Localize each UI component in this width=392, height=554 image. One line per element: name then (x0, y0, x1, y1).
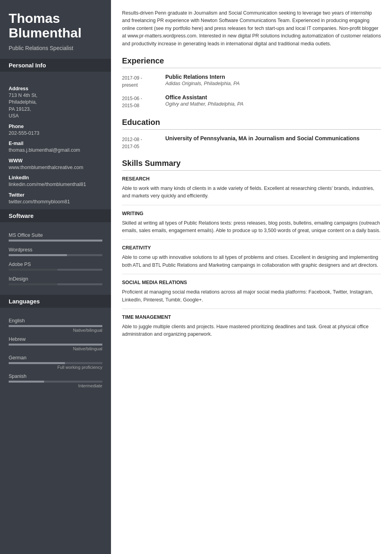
skill-heading: RESEARCH (122, 176, 381, 182)
software-name: MS Office Suite (9, 232, 102, 238)
skill-entry: CREATIVITY Able to come up with innovati… (122, 239, 381, 269)
language-item: German Full working proficiency (9, 355, 102, 370)
personal-info-header: Personal Info (0, 59, 111, 72)
twitter-label: Twitter (9, 192, 102, 198)
language-item: Spanish Intermediate (9, 374, 102, 388)
language-bar-bg (9, 344, 102, 346)
skill-entry: WRITING Skilled at writing all types of … (122, 205, 381, 235)
language-bar-fill (9, 344, 102, 346)
skills-section: Skills Summary RESEARCH Able to work wit… (122, 159, 381, 338)
language-name: Spanish (9, 374, 102, 379)
language-level: Native/bilingual (9, 346, 102, 351)
twitter-value: twitter.com/thommybloom81 (9, 199, 102, 206)
education-section: Education 2012-08 - 2017-05 University o… (122, 118, 381, 150)
personal-info-section: Address 713 N 4th St, Philadelphia, PA 1… (0, 76, 111, 210)
summary-text: Results-driven Penn graduate in Journali… (122, 9, 381, 48)
linkedin-value: linkedin.com/me/thomblumenthal81 (9, 181, 102, 188)
software-bar-bg (9, 283, 102, 285)
skill-description: Able to work with many kinds of clients … (122, 185, 381, 200)
software-item: Wordpress (9, 247, 102, 256)
software-bar-fill (9, 240, 102, 242)
skills-header: Skills Summary (122, 159, 381, 171)
language-bar-bg (9, 381, 102, 383)
software-name: Adobe PS (9, 262, 102, 267)
education-entry: 2012-08 - 2017-05 University of Pennsylv… (122, 135, 381, 150)
language-item: Hebrew Native/bilingual (9, 336, 102, 351)
software-name: Wordpress (9, 247, 102, 253)
address-value: 713 N 4th St, Philadelphia, PA 19123, US… (9, 92, 102, 120)
skill-divider (122, 274, 381, 274)
skill-description: Skilled at writing all types of Public R… (122, 219, 381, 235)
software-item: Adobe PS (9, 262, 102, 271)
language-level: Native/bilingual (9, 328, 102, 333)
skill-heading: SOCIAL MEDIA RELATIONS (122, 280, 381, 285)
skill-divider (122, 205, 381, 205)
skill-divider (122, 239, 381, 240)
software-bar-fill (9, 254, 67, 256)
software-bar-bg (9, 240, 102, 242)
phone-value: 202-555-0173 (9, 130, 102, 137)
skill-heading: TIME MANAGEMENT (122, 314, 381, 320)
sidebar: Thomas Blumenthal Public Relations Speci… (0, 0, 111, 554)
experience-entry: 2017-09 - present Public Relations Inter… (122, 74, 381, 89)
language-item: English Native/bilingual (9, 318, 102, 333)
skill-entry: SOCIAL MEDIA RELATIONS Proficient at man… (122, 274, 381, 304)
software-item: MS Office Suite (9, 232, 102, 242)
software-name: InDesign (9, 276, 102, 282)
education-title: University of Pennsylvania, MA in Journa… (165, 135, 381, 141)
experience-date: 2017-09 - present (122, 74, 165, 89)
skill-entry: RESEARCH Able to work with many kinds of… (122, 176, 381, 200)
experience-subtitle: Ogilvy and Mather, Philadelphia, PA (165, 101, 381, 107)
language-bar-bg (9, 362, 102, 364)
experience-entry: 2015-06 - 2015-08 Office Assistant Ogilv… (122, 94, 381, 109)
skill-heading: CREATIVITY (122, 245, 381, 251)
phone-label: Phone (9, 124, 102, 129)
language-name: German (9, 355, 102, 361)
email-label: E-mail (9, 141, 102, 146)
www-label: WWW (9, 158, 102, 164)
language-bar-bg (9, 325, 102, 327)
main-content: Results-driven Penn graduate in Journali… (111, 0, 392, 554)
software-bar-fill (9, 269, 57, 271)
languages-section: English Native/bilingual Hebrew Native/b… (0, 312, 111, 396)
language-level: Intermediate (9, 383, 102, 388)
language-bar-fill (9, 362, 65, 364)
education-date: 2012-08 - 2017-05 (122, 135, 165, 150)
software-bar-bg (9, 269, 102, 271)
experience-title: Public Relations Intern (165, 74, 381, 80)
experience-header: Experience (122, 56, 381, 68)
email-value: thomas.j.blumenthal@gmail.com (9, 147, 102, 154)
languages-header: Languages (0, 295, 111, 308)
language-name: English (9, 318, 102, 323)
software-bar-bg (9, 254, 102, 256)
software-header: Software (0, 209, 111, 222)
experience-content: Public Relations Intern Adidas Originals… (165, 74, 381, 89)
education-content: University of Pennsylvania, MA in Journa… (165, 135, 381, 150)
www-value: www.thomblumenthalcreative.com (9, 164, 102, 171)
skill-heading: WRITING (122, 211, 381, 216)
linkedin-label: LinkedIn (9, 175, 102, 180)
language-level: Full working proficiency (9, 365, 102, 370)
skill-entry: TIME MANAGEMENT Able to juggle multiple … (122, 309, 381, 338)
skill-divider (122, 309, 381, 309)
experience-content: Office Assistant Ogilvy and Mather, Phil… (165, 94, 381, 109)
skill-description: Able to juggle multiple clients and proj… (122, 323, 381, 338)
software-bar-fill (9, 283, 57, 285)
language-name: Hebrew (9, 336, 102, 342)
skill-description: Proficient at managing social media rela… (122, 288, 381, 304)
candidate-name: Thomas Blumenthal (9, 11, 102, 41)
candidate-title: Public Relations Specialist (9, 45, 102, 52)
language-bar-fill (9, 325, 102, 327)
sidebar-header: Thomas Blumenthal Public Relations Speci… (0, 0, 111, 59)
software-item: InDesign (9, 276, 102, 285)
software-section: MS Office Suite Wordpress Adobe PS InDes… (0, 227, 111, 295)
address-label: Address (9, 86, 102, 91)
experience-section: Experience 2017-09 - present Public Rela… (122, 56, 381, 109)
education-header: Education (122, 118, 381, 130)
language-bar-fill (9, 381, 44, 383)
experience-title: Office Assistant (165, 94, 381, 100)
experience-subtitle: Adidas Originals, Philadelphia, PA (165, 81, 381, 86)
skill-description: Able to come up with innovative solution… (122, 254, 381, 269)
experience-date: 2015-06 - 2015-08 (122, 94, 165, 109)
